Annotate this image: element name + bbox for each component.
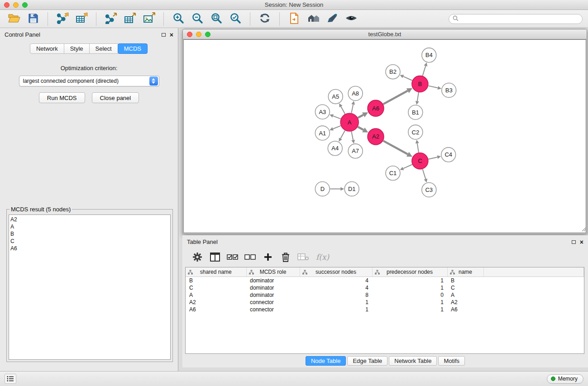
close-panel-icon[interactable]: × <box>170 33 173 37</box>
table-cell[interactable]: dominator <box>246 276 300 284</box>
node-A6[interactable]: A6 <box>368 100 384 116</box>
column-header-shared-name[interactable]: shared name <box>186 267 246 276</box>
node-C2[interactable]: C2 <box>408 125 423 139</box>
tab-style[interactable]: Style <box>64 43 90 54</box>
close-panel-button[interactable]: Close panel <box>92 92 139 103</box>
search-input[interactable] <box>461 16 578 22</box>
table-cell[interactable]: A <box>447 291 483 299</box>
deselect-all-button[interactable] <box>244 250 257 264</box>
node-D[interactable]: D <box>315 182 330 196</box>
table-cell[interactable]: C <box>186 284 246 291</box>
table-cell[interactable]: B <box>447 276 483 284</box>
edge-B-B3[interactable] <box>428 86 438 88</box>
edge-A-A1[interactable] <box>333 126 340 129</box>
edge-A-A4[interactable] <box>340 130 345 138</box>
table-cell[interactable]: 4 <box>300 276 372 284</box>
float-panel-icon[interactable] <box>162 33 166 37</box>
table-cell[interactable]: 1 <box>372 284 447 291</box>
add-column-button[interactable] <box>261 250 275 264</box>
table-cell[interactable]: C <box>447 284 483 291</box>
table-cell[interactable]: dominator <box>246 291 300 299</box>
network-window-titlebar[interactable]: testGlobe.txt <box>183 29 587 39</box>
edge-B-B2[interactable] <box>403 76 412 81</box>
select-all-button[interactable] <box>226 250 239 264</box>
tab-network-table[interactable]: Network Table <box>389 356 437 366</box>
column-header-predecessor-nodes[interactable]: predecessor nodes <box>372 267 447 276</box>
edge-A6-B[interactable] <box>383 91 408 104</box>
node-A1[interactable]: A1 <box>315 126 330 140</box>
criterion-dropdown[interactable]: largest connected component (directed) <box>19 76 159 86</box>
result-item[interactable]: C <box>10 238 170 245</box>
network-canvas[interactable]: AA1A2A3A4A5A6A7A8BB1B2B3B4CC1C2C3C4DD1 <box>183 39 586 233</box>
table-cell[interactable]: 1 <box>300 306 372 313</box>
search-field[interactable] <box>449 14 583 24</box>
edge-A-A2[interactable] <box>358 127 363 130</box>
node-B2[interactable]: B2 <box>386 65 400 79</box>
tab-node-table[interactable]: Node Table <box>306 356 346 366</box>
tab-edge-table[interactable]: Edge Table <box>347 356 387 366</box>
table-cell[interactable]: A2 <box>447 299 483 306</box>
edge-A-A3[interactable] <box>333 116 341 119</box>
tab-select[interactable]: Select <box>89 43 118 54</box>
function-builder-button[interactable]: f(x) <box>316 253 329 262</box>
table-cell[interactable]: 0 <box>372 291 447 299</box>
export-table-button[interactable] <box>122 12 138 26</box>
table-row[interactable]: A6connector11A6 <box>186 306 584 313</box>
node-B3[interactable]: B3 <box>442 83 456 98</box>
node-table-container[interactable]: shared nameMCDS rolesuccessor nodesprede… <box>185 267 584 354</box>
export-network-button[interactable] <box>103 12 119 26</box>
edge-A-A6[interactable] <box>358 115 363 118</box>
export-image-button[interactable] <box>141 12 157 26</box>
edge-C-C2[interactable] <box>417 143 419 152</box>
node-C4[interactable]: C4 <box>441 148 456 162</box>
node-B[interactable]: B <box>412 76 428 92</box>
table-float-panel-icon[interactable] <box>572 240 576 244</box>
result-item[interactable]: A <box>10 223 170 230</box>
table-cell[interactable]: connector <box>246 299 300 306</box>
show-graphics-eye-button[interactable] <box>343 12 359 26</box>
zoom-selected-button[interactable] <box>227 12 244 26</box>
import-table-file-button[interactable] <box>73 12 90 26</box>
tab-network[interactable]: Network <box>30 43 64 54</box>
resize-handle[interactable] <box>581 226 586 233</box>
edge-B-B1[interactable] <box>417 92 419 101</box>
table-cell[interactable]: A6 <box>186 306 246 313</box>
edge-C-C4[interactable] <box>428 157 437 159</box>
refresh-button[interactable] <box>257 12 273 26</box>
table-cell[interactable]: B <box>186 276 246 284</box>
table-cell[interactable]: 1 <box>300 299 372 306</box>
zoom-fit-button[interactable] <box>208 12 225 26</box>
result-item[interactable]: B <box>10 230 170 238</box>
tab-motifs[interactable]: Motifs <box>438 356 465 366</box>
trash-button[interactable] <box>279 250 292 264</box>
node-C3[interactable]: C3 <box>422 183 436 197</box>
table-cell[interactable]: 1 <box>372 276 447 284</box>
node-A5[interactable]: A5 <box>328 89 343 104</box>
edge-A-A5[interactable] <box>341 106 345 114</box>
node-B1[interactable]: B1 <box>408 105 423 119</box>
node-A4[interactable]: A4 <box>328 141 342 156</box>
node-C1[interactable]: C1 <box>386 166 400 181</box>
node-C[interactable]: C <box>412 153 428 169</box>
table-cell[interactable]: A <box>186 291 246 299</box>
table-row[interactable]: Adominator80A <box>186 291 584 299</box>
node-B4[interactable]: B4 <box>422 48 436 62</box>
table-row[interactable]: Cdominator41C <box>186 284 584 291</box>
edge-B-B4[interactable] <box>423 66 426 76</box>
columns-button[interactable] <box>208 250 222 264</box>
edge-A-A8[interactable] <box>351 105 353 113</box>
column-header-mcds-role[interactable]: MCDS role <box>246 267 300 276</box>
node-A7[interactable]: A7 <box>348 144 363 158</box>
table-cell[interactable]: dominator <box>246 284 300 291</box>
panel-selector-button[interactable] <box>5 374 16 384</box>
table-cell[interactable]: 1 <box>372 299 447 306</box>
zoom-out-button[interactable] <box>189 12 206 26</box>
result-item[interactable]: A6 <box>10 245 170 252</box>
zoom-in-button[interactable] <box>170 12 186 26</box>
open-file-button[interactable] <box>6 12 22 26</box>
save-session-button[interactable] <box>25 12 41 26</box>
home-view-button[interactable] <box>305 12 321 26</box>
edge-A-A7[interactable] <box>351 132 353 140</box>
table-cell[interactable]: 8 <box>300 291 372 299</box>
node-A8[interactable]: A8 <box>348 86 363 101</box>
